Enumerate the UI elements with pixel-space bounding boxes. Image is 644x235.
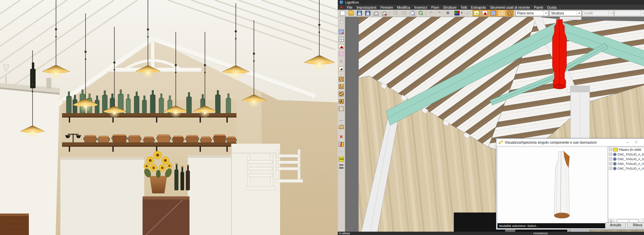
menu-strumenti-usati-di-recente[interactable]: Strumenti usati di recente <box>488 5 532 9</box>
cancel-button[interactable]: Annulla <box>605 222 626 228</box>
floor-select-combobox[interactable]: Piano terra <box>516 10 548 16</box>
machining-tree[interactable]: +Pilastro ID=4695+CNC_TAGLIO_A_SEGA_+CNC… <box>608 147 644 224</box>
tree-item-label: Pilastro ID=4695 <box>619 148 641 151</box>
menu-estrapola[interactable]: Estrapola <box>469 5 488 9</box>
menu-pareti[interactable]: Pareti <box>532 5 545 9</box>
menu-file[interactable]: File <box>345 5 355 9</box>
open-file-button[interactable] <box>347 10 355 16</box>
menu-finestre[interactable]: Finestre <box>378 5 395 9</box>
levels-select-combobox[interactable]: Livelli <box>583 10 613 16</box>
menu-guida[interactable]: Guida <box>545 5 558 9</box>
chevron-down-icon[interactable] <box>543 11 548 16</box>
floor-select-value: Piano terra <box>516 11 543 15</box>
tree-item-2[interactable]: +CNC_TAGLIO_A_SEGA_ <box>608 156 644 161</box>
aux-line-button[interactable] <box>338 116 345 123</box>
dimension-button[interactable]: 1.0 <box>338 148 345 155</box>
zoom-in-button[interactable] <box>392 10 399 16</box>
roofr-icon <box>339 44 344 49</box>
expand-icon[interactable]: + <box>609 167 612 170</box>
structure-select-combobox[interactable]: Struttura <box>549 10 582 16</box>
window-button[interactable] <box>338 36 345 43</box>
menu-inserisci[interactable]: Inserisci <box>412 5 429 9</box>
status-left: in attesa <box>339 232 350 235</box>
beam-a-button[interactable] <box>338 76 345 83</box>
new-file-button[interactable] <box>339 10 346 16</box>
numbering-button[interactable]: 123 <box>338 156 345 162</box>
status-bar: in attesa Avvertenza <box>338 232 644 235</box>
expand-icon[interactable]: + <box>609 153 612 156</box>
save-button[interactable] <box>356 10 363 16</box>
studs-icon <box>339 106 344 111</box>
expand-icon[interactable]: + <box>609 148 612 151</box>
print-model-button[interactable] <box>381 10 388 16</box>
viewport-3d[interactable]: Visualizza/Ispeziona singolo componente … <box>345 17 644 232</box>
dialog-title-bar[interactable]: Visualizza/Ispeziona singolo componente … <box>496 139 644 146</box>
component-icon <box>613 148 618 151</box>
roofr-icon <box>482 11 487 15</box>
chevron-down-icon[interactable] <box>577 11 581 16</box>
maximize-button[interactable]: □ <box>632 139 641 146</box>
menu-strutture[interactable]: Strutture <box>441 5 459 9</box>
beam-delete-button[interactable]: × <box>338 98 345 105</box>
pointer-icon <box>499 11 504 15</box>
cube-icon <box>454 11 460 15</box>
extra-select-combobox[interactable] <box>614 10 644 16</box>
minimize-button[interactable]: – <box>623 139 632 146</box>
beam-structure-button[interactable] <box>506 10 514 16</box>
beam-b-button[interactable] <box>338 91 345 97</box>
dim-icon: 1.0 <box>339 149 344 154</box>
tools-icon <box>339 142 344 147</box>
dialog-title: Visualizza/Ispeziona singolo componente … <box>505 140 623 144</box>
component-preview-3d[interactable] <box>497 147 608 224</box>
ceiling-button[interactable] <box>338 51 345 57</box>
tree-item-0[interactable]: +Pilastro ID=4695 <box>608 147 644 152</box>
tree-item-3[interactable]: +CNC_TAGLIO_A_V ID=61 <box>608 161 644 166</box>
machining-tools-button[interactable] <box>338 141 345 148</box>
title-bar[interactable]: LigniKon <box>338 0 644 5</box>
save-as-button[interactable] <box>364 10 372 16</box>
building-button[interactable]: ⌂ <box>338 58 345 65</box>
undo-button[interactable]: ↶ <box>428 10 436 16</box>
detect-button[interactable]: Rileva <box>627 222 644 228</box>
expand-icon[interactable]: + <box>609 162 612 165</box>
page-icon <box>340 11 345 15</box>
op-icon <box>613 167 616 170</box>
roof-surfaces-button[interactable] <box>473 10 480 16</box>
select-tool-button[interactable] <box>498 10 505 16</box>
center-view-button[interactable]: ⊕ <box>445 10 452 16</box>
toolbox-button[interactable] <box>338 123 345 130</box>
wall-hatch-button[interactable] <box>489 10 497 16</box>
zoom-selection-button[interactable] <box>417 10 425 16</box>
wall-button[interactable] <box>338 29 345 35</box>
roof-frame-button[interactable] <box>338 65 345 72</box>
measure-icon: ↔ <box>466 11 471 15</box>
menu-piani[interactable]: Piani <box>429 5 441 9</box>
select-button[interactable] <box>338 18 345 25</box>
menu-tetti[interactable]: Tetti <box>459 5 469 9</box>
close-button[interactable]: × <box>641 139 644 146</box>
menu-modifica[interactable]: Modifica <box>395 5 412 9</box>
print-button[interactable] <box>372 10 380 16</box>
menu-impostazioni[interactable]: Impostazioni <box>355 5 378 9</box>
roof-button[interactable] <box>338 43 345 50</box>
zoom-out-button[interactable] <box>400 10 408 16</box>
chevron-down-icon[interactable] <box>608 11 613 16</box>
tree-item-4[interactable]: +CNC_TAGLIO_A_V ID=61 <box>608 166 644 171</box>
delete-button[interactable]: ✕ <box>338 134 345 140</box>
beam-edit-button[interactable] <box>338 83 345 90</box>
status-warning: Avvertenza <box>533 232 547 235</box>
dropdown-caret-icon[interactable] <box>461 12 463 14</box>
tree-item-label: CNC_TAGLIO_A_SEGA_ <box>618 153 644 156</box>
chevron-down-icon[interactable] <box>640 11 644 16</box>
hatchsq-icon <box>339 52 344 56</box>
roof-planes-button[interactable] <box>481 10 489 16</box>
steel-beam-button[interactable] <box>338 163 345 170</box>
studs-button[interactable] <box>338 105 345 112</box>
redo-button[interactable]: ↷ <box>436 10 444 16</box>
view-cube-button[interactable] <box>453 10 461 16</box>
selection-mode-status: Modalità selezione: Selezi... <box>497 223 609 228</box>
zoom-page-button[interactable] <box>409 10 416 16</box>
tree-item-1[interactable]: +CNC_TAGLIO_A_SEGA_ <box>608 152 644 156</box>
expand-icon[interactable]: + <box>609 157 612 160</box>
measure-button[interactable]: ↔ <box>464 10 472 16</box>
